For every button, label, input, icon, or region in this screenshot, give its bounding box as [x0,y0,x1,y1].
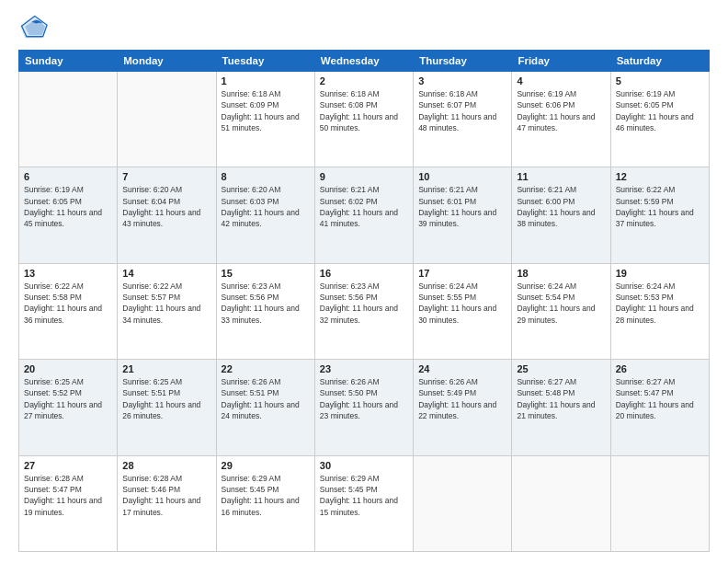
calendar-cell: 27Sunrise: 6:28 AM Sunset: 5:47 PM Dayli… [19,455,118,551]
day-number: 24 [418,363,506,374]
day-number: 17 [418,268,506,279]
day-info: Sunrise: 6:20 AM Sunset: 6:04 PM Dayligh… [122,184,210,229]
day-info: Sunrise: 6:20 AM Sunset: 6:03 PM Dayligh… [222,184,310,229]
calendar-cell: 18Sunrise: 6:24 AM Sunset: 5:54 PM Dayli… [512,263,610,359]
day-info: Sunrise: 6:18 AM Sunset: 6:08 PM Dayligh… [320,88,408,133]
calendar-cell: 7Sunrise: 6:20 AM Sunset: 6:04 PM Daylig… [118,167,216,263]
day-number: 4 [517,75,605,86]
calendar-cell: 30Sunrise: 6:29 AM Sunset: 5:45 PM Dayli… [314,455,413,551]
weekday-header-friday: Friday [512,51,610,72]
calendar-cell: 24Sunrise: 6:26 AM Sunset: 5:49 PM Dayli… [414,360,512,455]
calendar-cell [414,455,512,551]
day-number: 21 [122,363,210,374]
calendar-cell: 26Sunrise: 6:27 AM Sunset: 5:47 PM Dayli… [610,360,709,455]
calendar-cell: 16Sunrise: 6:23 AM Sunset: 5:56 PM Dayli… [314,263,413,359]
day-info: Sunrise: 6:19 AM Sunset: 6:05 PM Dayligh… [616,88,704,133]
week-row-5: 27Sunrise: 6:28 AM Sunset: 5:47 PM Dayli… [19,455,710,551]
day-number: 16 [320,268,408,279]
day-info: Sunrise: 6:29 AM Sunset: 5:45 PM Dayligh… [222,473,310,518]
weekday-header-monday: Monday [118,51,216,72]
page: SundayMondayTuesdayWednesdayThursdayFrid… [0,0,728,563]
calendar-cell: 1Sunrise: 6:18 AM Sunset: 6:09 PM Daylig… [216,72,314,167]
week-row-4: 20Sunrise: 6:25 AM Sunset: 5:52 PM Dayli… [19,360,710,455]
weekday-header-saturday: Saturday [610,51,709,72]
day-number: 28 [122,460,210,471]
logo [18,15,51,40]
day-number: 11 [517,171,605,182]
day-number: 5 [616,75,704,86]
day-info: Sunrise: 6:24 AM Sunset: 5:54 PM Dayligh… [517,281,605,326]
day-number: 2 [320,75,408,86]
calendar-cell: 19Sunrise: 6:24 AM Sunset: 5:53 PM Dayli… [610,263,709,359]
week-row-3: 13Sunrise: 6:22 AM Sunset: 5:58 PM Dayli… [19,263,710,359]
day-number: 7 [122,171,210,182]
day-info: Sunrise: 6:24 AM Sunset: 5:55 PM Dayligh… [418,281,506,326]
week-row-2: 6Sunrise: 6:19 AM Sunset: 6:05 PM Daylig… [19,167,710,263]
day-number: 13 [24,268,112,279]
day-number: 15 [222,268,310,279]
day-info: Sunrise: 6:26 AM Sunset: 5:51 PM Dayligh… [222,376,310,421]
day-info: Sunrise: 6:26 AM Sunset: 5:50 PM Dayligh… [320,376,408,421]
day-number: 12 [616,171,704,182]
day-number: 29 [222,460,310,471]
day-info: Sunrise: 6:19 AM Sunset: 6:06 PM Dayligh… [517,88,605,133]
day-number: 8 [222,171,310,182]
calendar-cell [512,455,610,551]
calendar-cell: 3Sunrise: 6:18 AM Sunset: 6:07 PM Daylig… [414,72,512,167]
weekday-header-wednesday: Wednesday [314,51,413,72]
day-number: 6 [24,171,112,182]
calendar-cell: 23Sunrise: 6:26 AM Sunset: 5:50 PM Dayli… [314,360,413,455]
day-info: Sunrise: 6:18 AM Sunset: 6:07 PM Dayligh… [418,88,506,133]
calendar-cell [19,72,118,167]
day-info: Sunrise: 6:22 AM Sunset: 5:59 PM Dayligh… [616,184,704,229]
calendar-cell: 14Sunrise: 6:22 AM Sunset: 5:57 PM Dayli… [118,263,216,359]
day-info: Sunrise: 6:21 AM Sunset: 6:01 PM Dayligh… [418,184,506,229]
calendar-cell: 4Sunrise: 6:19 AM Sunset: 6:06 PM Daylig… [512,72,610,167]
day-number: 20 [24,363,112,374]
day-number: 3 [418,75,506,86]
day-info: Sunrise: 6:26 AM Sunset: 5:49 PM Dayligh… [418,376,506,421]
logo-icon [18,15,48,40]
calendar-cell: 17Sunrise: 6:24 AM Sunset: 5:55 PM Dayli… [414,263,512,359]
day-info: Sunrise: 6:23 AM Sunset: 5:56 PM Dayligh… [222,281,310,326]
day-number: 30 [320,460,408,471]
calendar-cell: 22Sunrise: 6:26 AM Sunset: 5:51 PM Dayli… [216,360,314,455]
day-number: 10 [418,171,506,182]
weekday-header-tuesday: Tuesday [216,51,314,72]
calendar-cell: 25Sunrise: 6:27 AM Sunset: 5:48 PM Dayli… [512,360,610,455]
weekday-header-sunday: Sunday [19,51,118,72]
day-number: 25 [517,363,605,374]
day-info: Sunrise: 6:28 AM Sunset: 5:46 PM Dayligh… [122,473,210,518]
calendar-cell: 21Sunrise: 6:25 AM Sunset: 5:51 PM Dayli… [118,360,216,455]
day-number: 23 [320,363,408,374]
day-info: Sunrise: 6:21 AM Sunset: 6:00 PM Dayligh… [517,184,605,229]
weekday-header-thursday: Thursday [414,51,512,72]
day-info: Sunrise: 6:29 AM Sunset: 5:45 PM Dayligh… [320,473,408,518]
week-row-1: 1Sunrise: 6:18 AM Sunset: 6:09 PM Daylig… [19,72,710,167]
day-number: 18 [517,268,605,279]
calendar-cell: 20Sunrise: 6:25 AM Sunset: 5:52 PM Dayli… [19,360,118,455]
calendar-cell: 2Sunrise: 6:18 AM Sunset: 6:08 PM Daylig… [314,72,413,167]
calendar-cell: 29Sunrise: 6:29 AM Sunset: 5:45 PM Dayli… [216,455,314,551]
day-info: Sunrise: 6:27 AM Sunset: 5:48 PM Dayligh… [517,376,605,421]
day-number: 1 [222,75,310,86]
calendar-cell: 15Sunrise: 6:23 AM Sunset: 5:56 PM Dayli… [216,263,314,359]
day-number: 14 [122,268,210,279]
day-info: Sunrise: 6:25 AM Sunset: 5:52 PM Dayligh… [24,376,112,421]
day-info: Sunrise: 6:28 AM Sunset: 5:47 PM Dayligh… [24,473,112,518]
calendar-cell: 8Sunrise: 6:20 AM Sunset: 6:03 PM Daylig… [216,167,314,263]
day-number: 22 [222,363,310,374]
day-info: Sunrise: 6:21 AM Sunset: 6:02 PM Dayligh… [320,184,408,229]
calendar-cell: 11Sunrise: 6:21 AM Sunset: 6:00 PM Dayli… [512,167,610,263]
day-number: 27 [24,460,112,471]
calendar-cell: 5Sunrise: 6:19 AM Sunset: 6:05 PM Daylig… [610,72,709,167]
calendar-cell: 13Sunrise: 6:22 AM Sunset: 5:58 PM Dayli… [19,263,118,359]
day-number: 19 [616,268,704,279]
calendar-cell: 6Sunrise: 6:19 AM Sunset: 6:05 PM Daylig… [19,167,118,263]
calendar-cell: 10Sunrise: 6:21 AM Sunset: 6:01 PM Dayli… [414,167,512,263]
day-number: 9 [320,171,408,182]
calendar-cell [118,72,216,167]
day-info: Sunrise: 6:27 AM Sunset: 5:47 PM Dayligh… [616,376,704,421]
day-info: Sunrise: 6:18 AM Sunset: 6:09 PM Dayligh… [222,88,310,133]
header [18,15,710,40]
